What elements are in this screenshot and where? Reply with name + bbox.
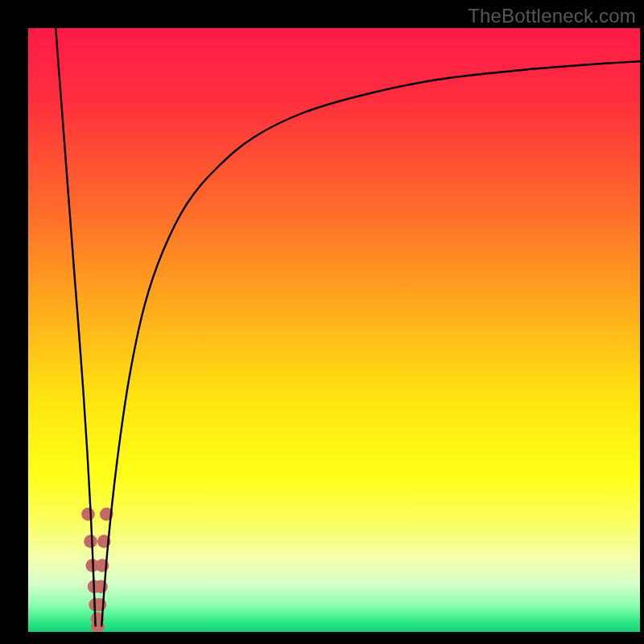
marker-dot [81,508,95,522]
chart-frame: TheBottleneck.com [0,0,644,644]
curve-right-branch [101,61,640,625]
marker-cluster [81,508,114,633]
watermark-text: TheBottleneck.com [468,5,636,27]
marker-dot [84,535,97,548]
curves-layer [28,28,640,632]
plot-area [28,28,640,632]
